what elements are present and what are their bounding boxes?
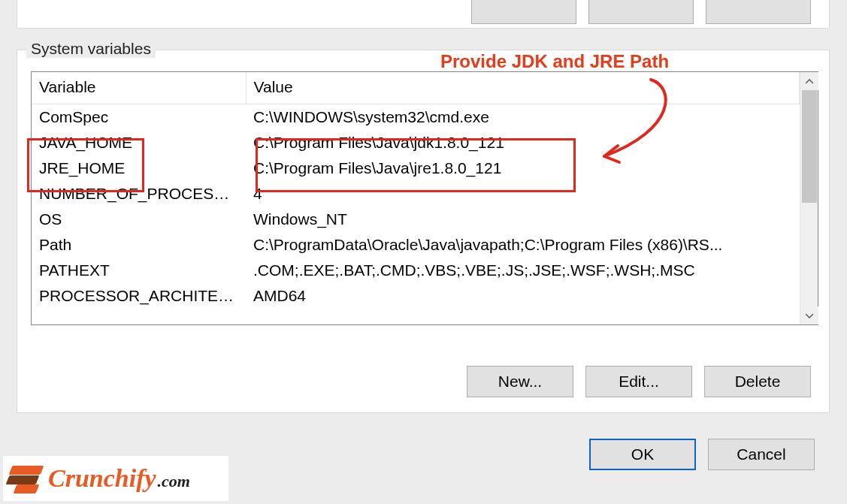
cell-variable: PATHEXT — [32, 258, 246, 283]
system-variables-listarea: Variable Value ComSpec C:\WINDOWS\system… — [32, 72, 800, 324]
system-variables-group: System variables Variable Value ComSpec … — [17, 50, 830, 413]
cell-variable: JRE_HOME — [32, 155, 246, 181]
column-header-value[interactable]: Value — [246, 72, 800, 104]
cell-value: C:\Program Files\Java\jdk1.8.0_121 — [246, 130, 800, 155]
table-row[interactable]: OS Windows_NT — [32, 207, 800, 232]
cancel-button[interactable]: Cancel — [708, 439, 815, 470]
cell-value: .COM;.EXE;.BAT;.CMD;.VBS;.VBE;.JS;.JSE;.… — [246, 258, 800, 283]
cell-variable: Path — [32, 232, 246, 258]
table-row[interactable]: PROCESSOR_ARCHITECTURE AMD64 — [32, 283, 800, 309]
system-variables-listbox[interactable]: Variable Value ComSpec C:\WINDOWS\system… — [31, 71, 818, 325]
table-row[interactable]: JRE_HOME C:\Program Files\Java\jre1.8.0_… — [32, 155, 800, 181]
cell-variable: OS — [32, 207, 246, 232]
column-header-variable[interactable]: Variable — [32, 72, 246, 104]
system-variables-title: System variables — [26, 40, 156, 58]
brand-watermark: Crunchify.com — [3, 456, 228, 501]
user-edit-button[interactable] — [588, 0, 694, 24]
edit-button[interactable]: Edit... — [585, 366, 692, 397]
new-button[interactable]: New... — [467, 366, 573, 397]
table-row[interactable]: JAVA_HOME C:\Program Files\Java\jdk1.8.0… — [32, 130, 800, 155]
cell-variable: PROCESSOR_ARCHITECTURE — [32, 283, 246, 309]
cell-variable: ComSpec — [32, 104, 246, 131]
cell-value: 4 — [246, 181, 800, 207]
brand-name: Crunchify.com — [48, 464, 190, 493]
table-row[interactable]: ComSpec C:\WINDOWS\system32\cmd.exe — [32, 104, 800, 131]
user-delete-button[interactable] — [706, 0, 811, 24]
table-row[interactable]: PATHEXT .COM;.EXE;.BAT;.CMD;.VBS;.VBE;.J… — [32, 258, 800, 283]
cell-value: AMD64 — [246, 283, 800, 309]
scroll-thumb[interactable] — [802, 90, 817, 203]
system-variables-button-row: New... Edit... Delete — [467, 366, 811, 397]
table-row[interactable]: NUMBER_OF_PROCESSORS 4 — [32, 181, 800, 207]
brand-logo-icon — [11, 464, 42, 493]
annotation-text: Provide JDK and JRE Path — [440, 51, 669, 72]
cell-value: C:\ProgramData\Oracle\Java\javapath;C:\P… — [246, 232, 800, 258]
scroll-up-button[interactable] — [800, 72, 818, 90]
ok-button[interactable]: OK — [589, 439, 696, 470]
table-header-row: Variable Value — [32, 72, 800, 104]
scroll-down-button[interactable] — [800, 306, 818, 324]
cell-variable: JAVA_HOME — [32, 130, 246, 155]
chevron-down-icon — [806, 313, 813, 318]
cell-variable: NUMBER_OF_PROCESSORS — [32, 181, 246, 207]
cell-value: C:\Program Files\Java\jre1.8.0_121 — [246, 155, 800, 181]
cell-value: Windows_NT — [246, 207, 800, 232]
cell-value: C:\WINDOWS\system32\cmd.exe — [246, 104, 800, 131]
brand-name-main: Crunchify — [48, 464, 156, 492]
brand-name-suffix: .com — [158, 472, 190, 490]
table-row[interactable]: Path C:\ProgramData\Oracle\Java\javapath… — [32, 232, 800, 258]
vertical-scrollbar[interactable] — [800, 72, 818, 324]
delete-button[interactable]: Delete — [704, 366, 811, 397]
user-variables-button-row — [471, 0, 811, 24]
chevron-up-icon — [806, 79, 813, 84]
user-new-button[interactable] — [471, 0, 576, 24]
system-variables-table: Variable Value ComSpec C:\WINDOWS\system… — [32, 72, 800, 309]
user-variables-panel-bottom — [17, 0, 830, 29]
